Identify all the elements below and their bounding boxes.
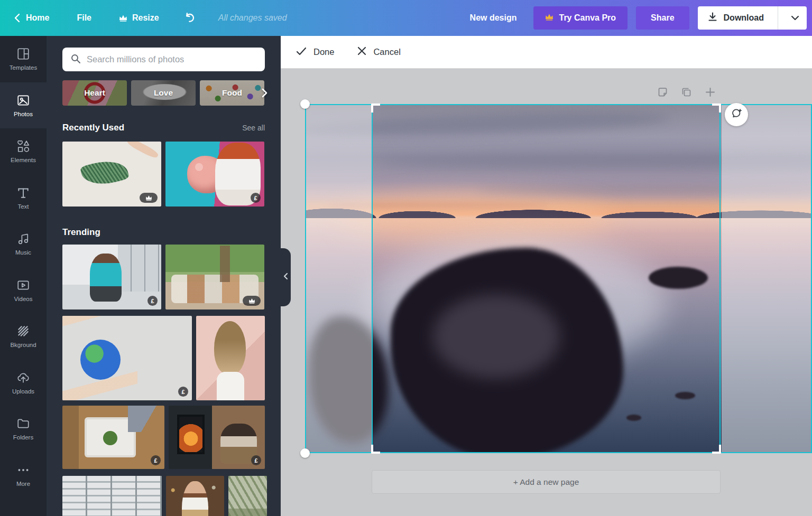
collapse-panel-tab[interactable] (281, 248, 291, 306)
duplicate-page-icon[interactable] (681, 87, 692, 98)
sidebar-item-background[interactable]: Bkground (0, 313, 47, 360)
photos-panel: Heart Love Food Recently Used See all £ (47, 36, 281, 516)
paid-badge: £ (147, 296, 158, 306)
photo-thumbnail-cooking[interactable]: £ (62, 245, 161, 309)
sidebar-item-text[interactable]: Text (0, 175, 47, 221)
resize-button[interactable]: Resize (119, 13, 159, 23)
sidebar-item-label: Music (15, 249, 31, 256)
button-divider (778, 6, 778, 30)
sidebar-item-label: Templates (10, 64, 37, 71)
templates-icon (16, 47, 30, 61)
photo-thumbnail-plant[interactable] (228, 476, 267, 516)
crop-corner-handle[interactable] (371, 445, 380, 454)
cancel-button[interactable]: Cancel (357, 46, 400, 58)
see-all-link[interactable]: See all (242, 124, 265, 132)
add-new-page-button[interactable]: + Add a new page (372, 470, 721, 494)
undo-button[interactable] (183, 12, 196, 24)
sidebar-item-photos[interactable]: Photos (0, 82, 47, 129)
sidebar-item-elements[interactable]: Elements (0, 128, 47, 175)
top-bar: Home File Resize All changes saved New d… (0, 0, 812, 36)
crop-frame[interactable] (372, 104, 721, 453)
crop-corner-handle[interactable] (712, 104, 721, 112)
paid-badge: £ (178, 387, 188, 397)
photos-icon (16, 93, 30, 107)
resize-label: Resize (132, 13, 159, 23)
crown-icon (119, 14, 127, 22)
photo-woman-roses (165, 142, 264, 207)
undo-icon (183, 12, 196, 24)
photo-man-cooking (62, 245, 161, 309)
download-options-caret[interactable] (783, 15, 807, 21)
pro-crown-badge (140, 193, 158, 203)
photo-woman-by-stove (169, 406, 265, 469)
photo-thumbnail-picnic[interactable] (165, 245, 264, 309)
sidebar-item-music[interactable]: Music (0, 221, 47, 267)
sidebar-item-label: Bkground (10, 342, 36, 348)
crop-toolbar: Done Cancel (281, 36, 812, 69)
photo-window-blinds (62, 476, 162, 516)
crop-corner-handle[interactable] (371, 104, 380, 112)
sidebar-item-templates[interactable]: Templates (0, 36, 47, 82)
chip-love[interactable]: Love (131, 80, 196, 106)
folders-icon (16, 417, 30, 430)
search-icon (70, 53, 81, 66)
add-comment-icon (730, 107, 743, 122)
chips-scroll-right-icon[interactable] (261, 80, 268, 106)
sidebar-item-label: Videos (14, 296, 33, 302)
chip-food[interactable]: Food (200, 80, 264, 106)
search-input[interactable] (62, 48, 265, 71)
photo-thumbnail-blinds[interactable] (62, 476, 162, 516)
chevron-left-icon (283, 273, 288, 282)
photo-thumbnail-earth-globe[interactable]: £ (62, 316, 192, 400)
paid-badge: £ (151, 455, 161, 465)
share-button[interactable]: Share (636, 6, 689, 30)
sidebar-item-uploads[interactable]: Uploads (0, 360, 47, 406)
section-title: Recently Used (62, 123, 124, 133)
download-button[interactable]: Download (698, 6, 807, 30)
photo-earth-globe (62, 316, 192, 400)
recently-used-header: Recently Used See all (62, 123, 265, 133)
photo-thumbnail-roses[interactable]: £ (165, 142, 264, 207)
file-label: File (77, 13, 91, 23)
file-menu[interactable]: File (77, 13, 91, 23)
crown-icon (545, 13, 553, 23)
text-icon (16, 186, 30, 200)
sidebar-item-more[interactable]: More (0, 452, 47, 499)
uploads-icon (16, 371, 30, 384)
chip-heart[interactable]: Heart (62, 80, 127, 106)
photo-plant-interior (228, 476, 267, 516)
chip-label: Food (222, 88, 242, 98)
add-page-icon[interactable] (705, 87, 716, 98)
done-label: Done (313, 47, 334, 57)
notes-icon[interactable] (657, 87, 668, 98)
back-chevron-icon (14, 13, 21, 23)
autosave-status: All changes saved (218, 13, 287, 23)
photo-barista-apron (166, 476, 224, 516)
videos-icon (16, 278, 30, 292)
home-button[interactable]: Home (14, 13, 49, 23)
crop-corner-handle[interactable] (712, 445, 721, 454)
sidebar-item-videos[interactable]: Videos (0, 267, 47, 314)
photo-thumbnail-barista[interactable] (166, 476, 224, 516)
image-corner-handle[interactable] (300, 99, 310, 109)
canva-editor: Home File Resize All changes saved New d… (0, 0, 812, 516)
sidebar-item-folders[interactable]: Folders (0, 406, 47, 452)
photo-thumbnail-sink[interactable]: £ (62, 406, 164, 469)
photo-girl-pink-wall (196, 316, 265, 400)
home-label: Home (26, 13, 49, 23)
try-canva-pro-button[interactable]: Try Canva Pro (533, 6, 628, 30)
photo-thumbnail-palm-leaf[interactable] (62, 142, 161, 207)
chip-label: Love (154, 88, 173, 98)
done-button[interactable]: Done (296, 46, 334, 58)
image-corner-handle[interactable] (300, 448, 310, 458)
photo-thumbnail-girl[interactable] (196, 316, 265, 400)
photo-thumbnail-fireplace[interactable]: £ (169, 406, 265, 469)
add-comment-button[interactable] (725, 103, 748, 126)
close-icon (357, 46, 366, 58)
trending-header: Trending (62, 227, 265, 238)
object-panel-rail: Templates Photos Elements Text Music Vid… (0, 36, 47, 516)
sidebar-item-label: Photos (14, 111, 33, 117)
try-pro-label: Try Canva Pro (559, 13, 616, 23)
sidebar-item-label: Elements (11, 157, 36, 163)
new-design-button[interactable]: New design (470, 13, 517, 23)
